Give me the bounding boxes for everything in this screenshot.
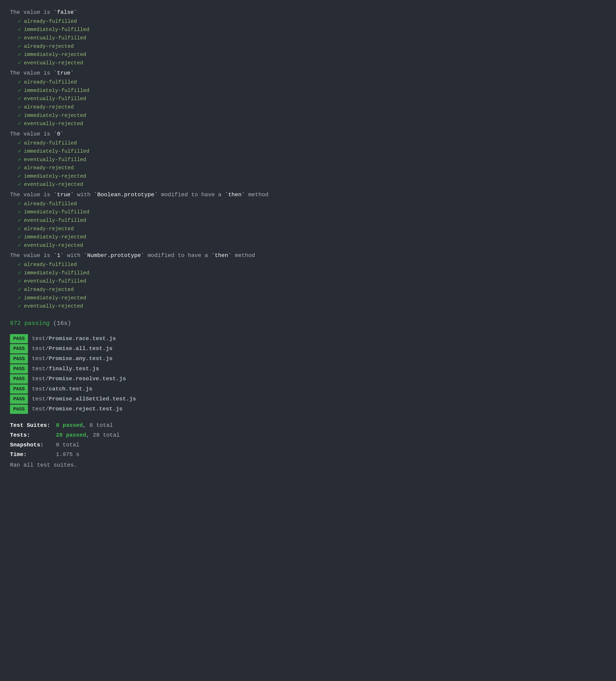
pass-file: test/Promise.allSettled.test.js (32, 395, 136, 404)
backtick-value: `1` (54, 252, 63, 258)
backtick-value: `then` (225, 192, 245, 198)
test-name: immediately-rejected (24, 51, 86, 59)
test-name: immediately-fulfilled (24, 26, 89, 34)
pass-badge: PASS (10, 405, 28, 414)
pass-file: test/catch.test.js (32, 385, 92, 394)
test-name: immediately-rejected (24, 294, 86, 302)
test-name: already-fulfilled (24, 17, 77, 26)
checkmark-icon: ✓ (18, 217, 21, 225)
checkmark-icon: ✓ (18, 34, 21, 42)
test-name: immediately-rejected (24, 111, 86, 120)
pass-file: test/finally.test.js (32, 364, 99, 374)
test-section: The value is `true`✓already-fulfilled✓im… (10, 69, 606, 128)
checkmark-icon: ✓ (18, 78, 21, 86)
stats-section: Test Suites: 8 passed, 8 total Tests: 28… (10, 421, 606, 470)
test-item: ✓eventually-rejected (10, 59, 606, 67)
stats-snapshots-value: 0 total (56, 440, 79, 450)
test-name: eventually-rejected (24, 242, 83, 250)
backtick-value: `0` (54, 131, 63, 137)
test-item: ✓already-rejected (10, 42, 606, 51)
stats-time-label: Time: (10, 450, 56, 459)
pass-file: test/Promise.all.test.js (32, 344, 112, 353)
stats-snapshots-label: Snapshots: (10, 440, 56, 450)
checkmark-icon: ✓ (18, 95, 21, 103)
test-name: already-rejected (24, 103, 74, 111)
test-name: eventually-rejected (24, 120, 83, 128)
checkmark-icon: ✓ (18, 42, 21, 51)
checkmark-icon: ✓ (18, 200, 21, 208)
checkmark-icon: ✓ (18, 147, 21, 156)
test-name: already-fulfilled (24, 78, 77, 86)
stats-row-tests: Tests: 28 passed, 28 total (10, 431, 606, 440)
summary-time: (16s) (53, 320, 71, 327)
test-name: already-fulfilled (24, 139, 77, 148)
checkmark-icon: ✓ (18, 285, 21, 294)
stats-row-snapshots: Snapshots: 0 total (10, 440, 606, 450)
test-name: eventually-fulfilled (24, 156, 86, 164)
test-name: eventually-fulfilled (24, 34, 86, 42)
checkmark-icon: ✓ (18, 302, 21, 310)
stats-row-time: Time: 1.975 s (10, 450, 606, 459)
test-item: ✓already-fulfilled (10, 17, 606, 26)
test-item: ✓already-fulfilled (10, 139, 606, 148)
test-name: immediately-rejected (24, 233, 86, 242)
pass-badge: PASS (10, 344, 28, 353)
test-section: The value is `false`✓already-fulfilled✓i… (10, 8, 606, 67)
test-item: ✓eventually-rejected (10, 120, 606, 128)
pass-file: test/Promise.reject.test.js (32, 405, 123, 414)
test-name: eventually-fulfilled (24, 217, 86, 225)
backtick-value: `then` (211, 252, 231, 258)
pass-badge: PASS (10, 384, 28, 394)
backtick-value: `true` (54, 70, 74, 76)
pass-row: PASStest/catch.test.js (10, 384, 606, 394)
pass-file-bold: Promise.all.test.js (49, 346, 112, 352)
checkmark-icon: ✓ (18, 51, 21, 59)
test-name: immediately-fulfilled (24, 269, 89, 277)
test-item: ✓eventually-fulfilled (10, 95, 606, 103)
test-name: already-rejected (24, 164, 74, 172)
test-item: ✓immediately-fulfilled (10, 208, 606, 217)
checkmark-icon: ✓ (18, 242, 21, 250)
stats-row-suites: Test Suites: 8 passed, 8 total (10, 421, 606, 430)
test-item: ✓already-rejected (10, 164, 606, 172)
test-name: already-rejected (24, 285, 74, 294)
stats-suites-value: 8 passed, 8 total (56, 421, 113, 430)
pass-badge: PASS (10, 395, 28, 404)
test-name: immediately-fulfilled (24, 86, 89, 95)
pass-badge: PASS (10, 354, 28, 363)
section-header: The value is `true` (10, 69, 606, 78)
stats-tests-value: 28 passed, 28 total (56, 431, 120, 440)
checkmark-icon: ✓ (18, 26, 21, 34)
checkmark-icon: ✓ (18, 277, 21, 285)
test-name: already-rejected (24, 42, 74, 51)
test-name: eventually-fulfilled (24, 95, 86, 103)
test-item: ✓already-rejected (10, 285, 606, 294)
stats-suites-label: Test Suites: (10, 421, 56, 430)
checkmark-icon: ✓ (18, 233, 21, 242)
summary-count: 872 (10, 320, 21, 327)
stats-tests-label: Tests: (10, 431, 56, 440)
test-item: ✓already-fulfilled (10, 78, 606, 86)
test-item: ✓immediately-fulfilled (10, 86, 606, 95)
checkmark-icon: ✓ (18, 260, 21, 269)
summary-line: 872 passing (16s) (10, 319, 606, 328)
test-name: eventually-fulfilled (24, 277, 86, 285)
test-item: ✓eventually-fulfilled (10, 277, 606, 285)
test-name: already-fulfilled (24, 200, 77, 208)
backtick-value: `true` (54, 192, 74, 198)
pass-file-bold: finally.test.js (49, 366, 99, 372)
pass-badge: PASS (10, 364, 28, 374)
pass-row: PASStest/finally.test.js (10, 364, 606, 374)
test-item: ✓already-fulfilled (10, 260, 606, 269)
section-header: The value is `0` (10, 130, 606, 139)
summary-passing-label: passing (24, 320, 53, 327)
pass-file: test/Promise.race.test.js (32, 334, 116, 343)
checkmark-icon: ✓ (18, 17, 21, 26)
checkmark-icon: ✓ (18, 208, 21, 217)
pass-row: PASStest/Promise.allSettled.test.js (10, 395, 606, 404)
pass-row: PASStest/Promise.reject.test.js (10, 405, 606, 414)
checkmark-icon: ✓ (18, 86, 21, 95)
test-item: ✓eventually-rejected (10, 242, 606, 250)
test-item: ✓eventually-fulfilled (10, 217, 606, 225)
test-name: immediately-rejected (24, 172, 86, 181)
